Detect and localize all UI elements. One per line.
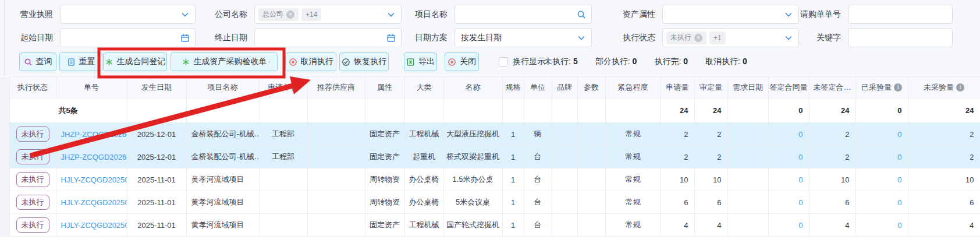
cell-supplier (307, 191, 365, 214)
summary-urgency (605, 99, 661, 123)
cell-spec: 1 (502, 168, 524, 191)
table-row[interactable]: 未执行HJLY-ZCQGD20250002025-11-01黄孝河流域项目固定资… (0, 214, 980, 237)
cell-urgency: 常规 (605, 146, 661, 168)
filter-keyword: 关键字 (781, 28, 953, 47)
column-header-category: 大类 (404, 77, 443, 99)
generate-acceptance-button[interactable]: 生成资产采购验收单 (171, 52, 278, 71)
query-button[interactable]: 查询 (19, 52, 56, 71)
cell-demandDate (727, 214, 768, 237)
business-license-select[interactable] (60, 5, 196, 24)
cell-name: 大型液压挖掘机 (443, 123, 502, 146)
cell-spec: 1 (502, 191, 524, 214)
column-header-date: 发生日期 (127, 77, 186, 99)
table-row[interactable]: 未执行JHZP-ZCQGD2026002025-12-01金桥装配公司-机械…工… (0, 123, 980, 146)
counter-cancelled: 取消执行:0 (705, 57, 747, 67)
exec-status-multiselect[interactable]: 未执行× +1 (662, 28, 799, 47)
cell-inspectedQty: 0 (855, 214, 908, 237)
wrap-display-checkbox[interactable] (499, 57, 508, 66)
cell-link-signedQty[interactable]: 0 (798, 221, 803, 230)
exec-status-label: 执行状态 (611, 28, 662, 47)
resume-execution-button[interactable]: 恢复执行 (339, 52, 389, 71)
cell-signedQty: 0 (768, 191, 809, 214)
info-icon[interactable]: i (956, 83, 964, 92)
cell-inspectedQty: 0 (855, 146, 908, 168)
project-name-search-input[interactable] (455, 5, 592, 24)
close-button[interactable]: 关闭 (445, 52, 479, 71)
wrap-display-label[interactable]: 换行显示 (513, 57, 545, 67)
date-scheme-select[interactable]: 按发生日期 (455, 28, 592, 47)
search-icon[interactable] (577, 10, 586, 19)
column-header-inspectedQty: 已采验量i (855, 77, 908, 99)
cell-category: 办公桌椅 (404, 191, 443, 214)
column-header-supplier: 推荐供应商 (307, 77, 365, 99)
cell-link-signedQty[interactable]: 0 (798, 175, 803, 184)
cell-unsignedQty: 2 (809, 123, 855, 146)
cell-link-orderNo[interactable]: HJLY-ZCQGD2025000 (61, 221, 127, 230)
tag-close-icon[interactable]: × (286, 10, 294, 19)
cell-link-inspectedQty[interactable]: 0 (897, 175, 901, 184)
resume-icon (342, 58, 350, 66)
generate-icon (105, 58, 113, 66)
export-button[interactable]: 导出 (404, 52, 437, 71)
table-row[interactable]: 未执行HJLY-ZCQGD20250002025-11-01黄孝河流域项目周转物… (0, 191, 980, 214)
cell-urgency: 常规 (605, 191, 661, 214)
asset-attribute-select[interactable] (662, 5, 799, 24)
tag-close-icon[interactable]: × (694, 34, 702, 42)
status-badge: 未执行 (16, 172, 49, 187)
cell-link-inspectedQty[interactable]: 0 (897, 130, 901, 139)
cell-date: 2025-12-01 (127, 123, 186, 146)
cell-category: 工程机械 (404, 123, 443, 146)
summary-applyUnit (259, 99, 307, 123)
cell-unit: 台 (524, 146, 552, 168)
keyword-input[interactable] (848, 28, 953, 47)
cell-category: 办公桌椅 (404, 168, 443, 191)
cell-link-inspectedQty[interactable]: 0 (897, 221, 901, 230)
cell-brand (552, 123, 577, 146)
calendar-icon[interactable] (386, 33, 396, 43)
cell-appliedQty: 2 (661, 123, 694, 146)
generate-contract-button[interactable]: 生成合同登记 (103, 52, 167, 71)
cell-uninspectedQty: 2 (908, 146, 980, 168)
date-scheme-value: 按发生日期 (459, 33, 502, 43)
cell-uninspectedQty: 10 (908, 168, 980, 191)
start-date-input[interactable] (60, 28, 196, 47)
filter-date-scheme: 日期方案 按发生日期 (404, 28, 592, 47)
cell-supplier (307, 146, 365, 168)
cell-demandDate (727, 168, 768, 191)
column-header-uninspectedQty: 未采验量i (908, 77, 980, 99)
generate-contract-button-label: 生成合同登记 (117, 57, 166, 67)
cell-unit: 台 (524, 191, 552, 214)
calendar-icon[interactable] (180, 33, 190, 43)
summary-unit (524, 99, 552, 123)
info-icon[interactable]: i (894, 83, 902, 92)
cell-link-signedQty[interactable]: 0 (798, 130, 803, 139)
table-row[interactable]: 未执行JHZP-ZCQGD2026002025-12-01金桥装配公司-机械…工… (0, 146, 980, 168)
requisition-no-input[interactable] (848, 5, 953, 24)
cell-inspectedQty: 0 (855, 168, 908, 191)
column-header-status: 执行状态 (9, 77, 56, 99)
cell-link-signedQty[interactable]: 0 (798, 198, 803, 207)
cell-link-inspectedQty[interactable]: 0 (897, 153, 901, 161)
cell-link-orderNo[interactable]: JHZP-ZCQGD202600 (61, 130, 127, 139)
cell-date: 2025-12-01 (127, 146, 186, 168)
summary-spec (502, 99, 524, 123)
cell-project: 黄孝河流域项目 (186, 168, 259, 191)
reset-button[interactable]: 重置 (59, 52, 102, 71)
column-header-orderNo: 单号 (56, 77, 127, 99)
cell-unsignedQty: 2 (809, 146, 855, 168)
cell-attribute: 固定资产 (365, 214, 404, 237)
table-row[interactable]: 未执行HJLY-ZCQGD20250002025-11-01黄孝河流域项目周转物… (0, 168, 980, 191)
summary-appliedQty: 24 (661, 99, 694, 123)
company-name-multiselect[interactable]: 总公司× +14 (254, 5, 402, 24)
resume-execution-button-label: 恢复执行 (354, 57, 386, 67)
cell-applyUnit: 工程部 (259, 123, 307, 146)
cancel-execution-button[interactable]: 取消执行 (285, 52, 336, 71)
cell-approvedQty: 2 (694, 123, 727, 146)
end-date-input[interactable] (254, 28, 402, 47)
cell-link-orderNo[interactable]: HJLY-ZCQGD2025000 (61, 175, 127, 184)
cell-link-orderNo[interactable]: HJLY-ZCQGD2025000 (61, 198, 127, 207)
cell-link-signedQty[interactable]: 0 (798, 153, 803, 161)
cell-link-orderNo[interactable]: JHZP-ZCQGD202600 (61, 153, 127, 161)
status-badge: 未执行 (16, 149, 49, 164)
cell-link-inspectedQty[interactable]: 0 (897, 198, 901, 207)
